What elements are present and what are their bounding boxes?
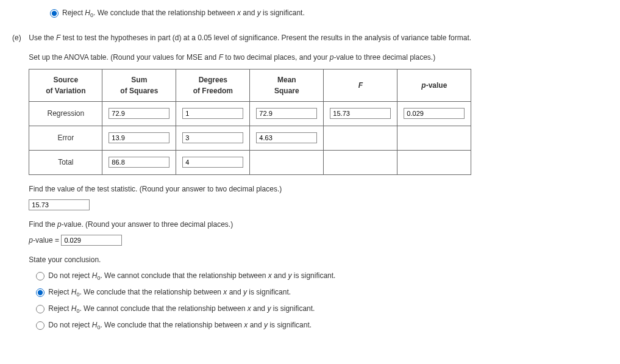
row-regression: Regression bbox=[29, 101, 471, 126]
pvalue-prompt: Find the p-value. (Round your answer to … bbox=[29, 219, 606, 230]
cell-total-label: Total bbox=[29, 150, 102, 174]
radio-top-label: Reject H0. We conclude that the relation… bbox=[62, 7, 305, 20]
input-regression-ss[interactable] bbox=[109, 108, 169, 119]
test-stat-prompt: Find the value of the test statistic. (R… bbox=[29, 184, 606, 194]
input-error-ss[interactable] bbox=[109, 132, 169, 143]
th-source: Sourceof Variation bbox=[29, 69, 102, 101]
radio-conclusion-4[interactable] bbox=[36, 321, 45, 330]
radio-conclusion-2[interactable] bbox=[36, 288, 45, 297]
input-pvalue[interactable] bbox=[61, 235, 122, 246]
cell-error-label: Error bbox=[29, 126, 102, 150]
th-p: p-value bbox=[397, 69, 471, 101]
input-regression-f[interactable] bbox=[330, 108, 391, 119]
th-sum: Sumof Squares bbox=[102, 69, 176, 101]
radio-conclusion-1-label: Do not reject H0. We cannot conclude tha… bbox=[48, 270, 335, 283]
pvalue-row: p-value = bbox=[29, 235, 606, 246]
part-e-line1: Use the F test to test the hypotheses in… bbox=[29, 32, 606, 43]
input-regression-ms[interactable] bbox=[256, 108, 317, 119]
th-degrees: Degreesof Freedom bbox=[176, 69, 250, 101]
th-mean: MeanSquare bbox=[250, 69, 324, 101]
radio-conclusion-1[interactable] bbox=[36, 272, 45, 280]
input-error-df[interactable] bbox=[182, 132, 243, 143]
cell-regression-label: Regression bbox=[29, 101, 102, 126]
radio-conclusion-2-label: Reject H0. We conclude that the relation… bbox=[48, 287, 291, 299]
radio-conclusion-3[interactable] bbox=[36, 305, 45, 313]
radio-top-reject[interactable] bbox=[50, 9, 59, 18]
th-f: F bbox=[324, 69, 397, 101]
input-total-ss[interactable] bbox=[109, 157, 169, 168]
input-test-statistic[interactable] bbox=[29, 199, 90, 210]
input-error-ms[interactable] bbox=[256, 132, 317, 143]
input-regression-df[interactable] bbox=[182, 108, 243, 119]
radio-conclusion-3-label: Reject H0. We cannot conclude that the r… bbox=[48, 303, 315, 316]
part-e-label: (e) bbox=[12, 32, 27, 43]
anova-table: Sourceof Variation Sumof Squares Degrees… bbox=[29, 69, 471, 175]
row-error: Error bbox=[29, 126, 471, 150]
part-e-line2: Set up the ANOVA table. (Round your valu… bbox=[29, 52, 606, 63]
conclusion-heading: State your conclusion. bbox=[29, 254, 606, 265]
row-total: Total bbox=[29, 150, 471, 174]
input-regression-p[interactable] bbox=[404, 108, 465, 119]
input-total-df[interactable] bbox=[182, 157, 243, 168]
radio-conclusion-4-label: Do not reject H0. We conclude that the r… bbox=[48, 319, 312, 332]
